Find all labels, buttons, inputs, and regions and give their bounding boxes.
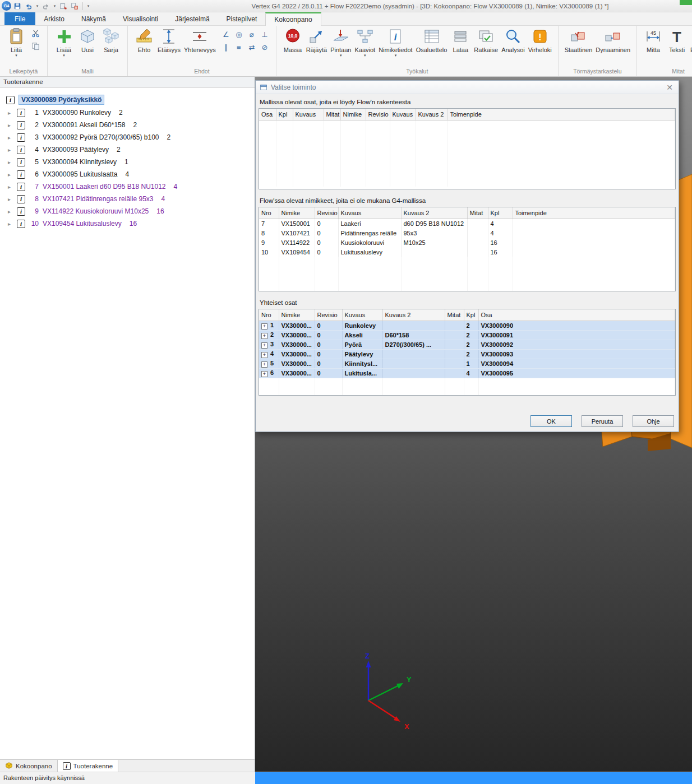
ribbon-button-staattinen[interactable]: Staattinen: [563, 26, 594, 53]
ribbon-button-räjäytä[interactable]: Räjäytä: [305, 26, 329, 53]
expand-plus-icon[interactable]: +: [261, 361, 267, 368]
ribbon-button-etäisyys[interactable]: Etäisyys: [156, 26, 182, 53]
tab-näkymä[interactable]: Näkymä: [73, 12, 114, 25]
column-header[interactable]: Revisio: [315, 207, 338, 219]
column-header[interactable]: Osa: [478, 309, 675, 321]
app-logo[interactable]: G4: [2, 1, 11, 11]
table-row[interactable]: 10VX1094540Lukitusaluslevy16: [259, 247, 675, 257]
column-header[interactable]: Kuvaus: [338, 207, 401, 219]
table-row[interactable]: 8VX1074210Pidätinrengas reiälle95x34: [259, 228, 675, 238]
ohje-button[interactable]: Ohje: [633, 415, 674, 427]
ribbon-button-ratkaise[interactable]: Ratkaise: [472, 26, 500, 53]
tab-arkisto[interactable]: Arkisto: [35, 12, 73, 25]
tree-root-label[interactable]: VX3000089 Pyöräyksikkö: [19, 95, 104, 105]
close-icon[interactable]: ✕: [665, 83, 675, 92]
ribbon-button-liitä[interactable]: Liitä▾: [4, 26, 28, 57]
ribbon-button-uusi[interactable]: Uusi: [76, 26, 99, 53]
viewport-3d[interactable]: Z Y X Valitse toiminto ✕ Mallissa olevat…: [255, 77, 692, 772]
bottom-tab-kokoonpano[interactable]: Kokoonpano: [0, 760, 58, 772]
tab-järjestelmä[interactable]: Järjestelmä: [167, 12, 218, 25]
column-header[interactable]: Nro: [259, 309, 279, 321]
column-header[interactable]: Mitat: [445, 309, 464, 321]
tree-item-9[interactable]: ▸i9VX114922 Kuusiokoloruuvi M10x2516: [0, 205, 255, 217]
tree-item-7[interactable]: ▸i7VX150001 Laakeri d60 D95 B18 NU10124: [0, 180, 255, 193]
ribbon-button-ehto[interactable]: Ehto: [132, 26, 156, 53]
ribbon-button-teksti[interactable]: TTeksti: [665, 26, 689, 53]
table-row[interactable]: 9VX1149220KuusiokoloruuviM10x2516: [259, 238, 675, 247]
redo-icon[interactable]: [41, 1, 51, 11]
column-header[interactable]: Revisio: [366, 109, 390, 120]
export-tool-icon[interactable]: [70, 1, 80, 11]
ribbon-button-lisää[interactable]: Lisää▾: [52, 26, 76, 57]
column-header[interactable]: Osa: [259, 109, 276, 120]
ribbon-button-etäisyys[interactable]: Etäisyys: [689, 26, 692, 53]
bottom-tab-tuoterakenne[interactable]: iTuoterakenne: [58, 760, 119, 772]
table-row[interactable]: +3VX30000...0PyöräD270(/300/65) ...2VX30…: [259, 340, 675, 349]
expand-plus-icon[interactable]: +: [261, 371, 267, 377]
ribbon-small-cut[interactable]: [29, 29, 41, 40]
ribbon-small-coincident[interactable]: ≡: [233, 42, 245, 53]
tree-item-6[interactable]: ▸i6VX3000095 Lukituslaatta4: [0, 168, 255, 180]
chevron-right-icon[interactable]: ▸: [8, 171, 17, 178]
ribbon-button-sarja[interactable]: Sarja: [99, 26, 123, 53]
dialog-titlebar[interactable]: Valitse toiminto ✕: [256, 81, 679, 94]
qat-more-icon[interactable]: ▾: [86, 4, 91, 8]
column-header[interactable]: Kpl: [276, 109, 293, 120]
ribbon-button-pintaan[interactable]: Pintaan▾: [329, 26, 353, 57]
column-header[interactable]: Revisio: [315, 309, 342, 321]
ribbon-button-yhtenevyys[interactable]: Yhtenevyys: [182, 26, 218, 53]
ribbon-button-virheloki[interactable]: !Virheloki: [527, 26, 553, 53]
expand-plus-icon[interactable]: +: [261, 342, 267, 349]
undo-dropdown-icon[interactable]: ▾: [35, 4, 40, 8]
column-header[interactable]: Kuvaus 2: [416, 109, 448, 120]
redo-dropdown-icon[interactable]: ▾: [52, 4, 57, 8]
chevron-right-icon[interactable]: ▸: [8, 208, 17, 215]
column-header[interactable]: Kuvaus: [293, 109, 324, 120]
report-tool-icon[interactable]: [58, 1, 68, 11]
table-row[interactable]: +4VX30000...0Päätylevy2VX3000093: [259, 349, 675, 359]
column-header[interactable]: Kpl: [464, 309, 478, 321]
peruuta-button[interactable]: Peruuta: [582, 415, 623, 427]
chevron-right-icon[interactable]: ▸: [8, 134, 17, 141]
column-header[interactable]: Nro: [259, 207, 279, 219]
tree-item-1[interactable]: ▸i1VX3000090 Runkolevy2: [0, 106, 255, 119]
chevron-right-icon[interactable]: ▸: [8, 184, 17, 190]
save-icon[interactable]: [12, 1, 22, 11]
expand-plus-icon[interactable]: +: [261, 352, 267, 358]
tab-pistepilvet[interactable]: Pistepilvet: [218, 12, 266, 25]
ribbon-small-diameter[interactable]: ⌀: [246, 29, 258, 40]
ribbon-button-analysoi[interactable]: Analysoi: [500, 26, 527, 53]
column-header[interactable]: Toimenpide: [448, 109, 675, 120]
ribbon-button-massa[interactable]: 10,0Massa: [281, 26, 305, 53]
column-header[interactable]: Nimike: [340, 109, 366, 120]
ribbon-small-angle[interactable]: ∠: [220, 29, 232, 40]
table-row[interactable]: +1VX30000...0Runkolevy2VX3000090: [259, 321, 675, 330]
ribbon-small-parallel[interactable]: ∥: [220, 42, 232, 53]
ribbon-small-tangent[interactable]: ⊘: [259, 42, 271, 53]
column-header[interactable]: Kpl: [488, 207, 513, 219]
tree-item-8[interactable]: ▸i8VX107421 Pidätinrengas reiälle 95x34: [0, 193, 255, 205]
column-header[interactable]: Kuvaus 2: [382, 309, 445, 321]
ribbon-button-kaaviot[interactable]: Kaaviot▾: [353, 26, 377, 57]
table-row[interactable]: +5VX30000...0Kiinnitysl...1VX3000094: [259, 359, 675, 368]
ok-button[interactable]: OK: [530, 415, 572, 427]
ribbon-button-mitta[interactable]: 45Mitta: [642, 26, 665, 53]
table-row[interactable]: +6VX30000...0Lukitusla...4VX3000095: [259, 368, 675, 378]
column-header[interactable]: Kuvaus 2: [401, 207, 467, 219]
tab-file[interactable]: File: [4, 12, 35, 25]
tree-item-3[interactable]: ▸i3VX3000092 Pyörä D270(/300/65) b1002: [0, 131, 255, 143]
ribbon-button-lataa[interactable]: Lataa: [449, 26, 472, 53]
column-header[interactable]: Kuvaus: [342, 309, 382, 321]
column-header[interactable]: Toimenpide: [513, 207, 675, 219]
column-header[interactable]: Mitat: [324, 109, 340, 120]
chevron-right-icon[interactable]: ▸: [8, 221, 17, 227]
chevron-right-icon[interactable]: ▸: [8, 196, 17, 202]
ribbon-button-dynaaminen[interactable]: Dynaaminen: [594, 26, 632, 53]
chevron-right-icon[interactable]: ▸: [8, 147, 17, 153]
column-header[interactable]: Nimike: [279, 309, 315, 321]
chevron-right-icon[interactable]: ▸: [8, 122, 17, 128]
tree-item-2[interactable]: ▸i2VX3000091 Akseli D60*1582: [0, 119, 255, 131]
chevron-right-icon[interactable]: ▸: [8, 110, 17, 116]
ribbon-button-nimiketiedot[interactable]: iNimiketiedot▾: [377, 26, 414, 57]
column-header[interactable]: Mitat: [467, 207, 488, 219]
